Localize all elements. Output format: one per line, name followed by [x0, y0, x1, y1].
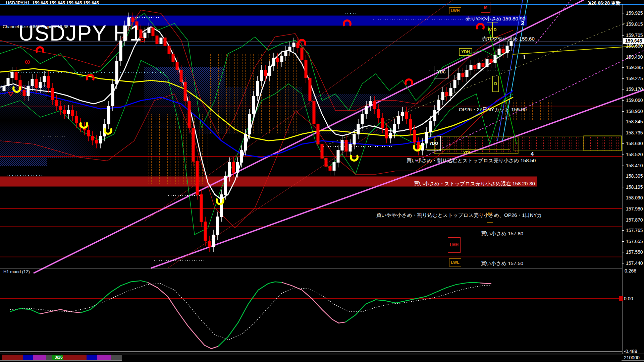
- level-marker-ydh[interactable]: YDH: [459, 48, 472, 56]
- price-axis-label: 157.655: [626, 239, 643, 244]
- level-marker-lwh[interactable]: LWH: [449, 7, 461, 14]
- price-axis-label: 159.060: [626, 98, 643, 103]
- price-axis-tick: [622, 187, 624, 187]
- chart-annotation[interactable]: 買い小さめ 157.50: [481, 260, 523, 267]
- trading-chart-window: USDJPY,H1 159.645 159.645 159.645 159.64…: [0, 0, 644, 362]
- price-axis-tick: [622, 111, 624, 112]
- price-axis-label: 159.275: [626, 76, 643, 81]
- last-update-timestamp: 3/26 06:28 更新: [587, 0, 621, 6]
- chart-annotation[interactable]: 買い小さめ・割り込むとストップロス売り小さめ 158.50: [407, 158, 536, 164]
- chart-annotation[interactable]: 買い小さめ・ストップロス売り小さめ混在 158.20-30: [414, 181, 535, 187]
- channel-info-text: Channel size = 861 Slope = 13.38: [3, 24, 68, 29]
- session-bar-segment: [111, 355, 122, 360]
- price-axis-label: 158.735: [626, 130, 643, 135]
- price-axis-label: 158.950: [626, 109, 643, 114]
- price-axis-label: 158.305: [626, 173, 643, 179]
- macd-panel: [0, 281, 623, 349]
- price-axis-tick: [622, 176, 624, 176]
- price-axis-tick: [622, 35, 624, 36]
- window-title-symbol: USDJPY,H1 159.645 159.645 159.645 159.64…: [6, 0, 99, 5]
- price-axis-tick: [622, 198, 624, 198]
- price-axis-label: 157.440: [626, 260, 643, 266]
- macd-axis-bottom: 210000: [624, 355, 640, 360]
- level-marker-w[interactable]: W: [487, 206, 493, 223]
- level-marker-lwl[interactable]: LWL: [449, 258, 461, 266]
- session-bar-rest: [122, 355, 622, 361]
- price-axis-tick: [622, 252, 624, 252]
- price-axis-tick: [622, 100, 624, 101]
- level-marker-m[interactable]: M: [481, 2, 490, 13]
- session-bar-segment: [2, 355, 23, 360]
- price-axis-tick: [622, 220, 624, 220]
- chart-annotation[interactable]: 売りやや小さめ 159.80-90: [466, 16, 525, 22]
- macd-axis-min: -0.489: [624, 349, 637, 354]
- price-axis-tick: [622, 230, 624, 231]
- macd-axis-zero: 0.00: [624, 296, 633, 301]
- session-bar-segment: [97, 355, 111, 360]
- ichimoku-clouds: [0, 54, 622, 184]
- level-marker-d[interactable]: D: [492, 76, 499, 92]
- price-axis-label: 157.550: [626, 249, 643, 255]
- level-marker-ydc[interactable]: YDC: [434, 66, 449, 78]
- price-axis-tick: [622, 57, 624, 57]
- session-bar-segment: [63, 355, 87, 360]
- level-marker-d[interactable]: D: [492, 22, 498, 38]
- price-axis-label: 157.980: [626, 206, 643, 212]
- price-axis-tick: [622, 122, 624, 122]
- chart-canvas[interactable]: [0, 0, 644, 362]
- price-axis-tick: [622, 155, 624, 155]
- price-axis-label: 158.090: [626, 195, 643, 200]
- price-axis-tick: [622, 166, 624, 166]
- price-axis-label: 159.385: [626, 65, 643, 70]
- price-axis-tick: [622, 133, 624, 133]
- level-marker-ydl[interactable]: YDL: [461, 150, 473, 156]
- price-axis-tick: [622, 78, 624, 79]
- price-axis-tick: [622, 13, 624, 13]
- macd-indicator-label: H1 macd (12): [3, 269, 30, 274]
- level-marker-ydo[interactable]: YDO: [427, 136, 441, 151]
- session-bar-segment: [23, 355, 33, 360]
- price-axis-label: 159.925: [626, 10, 643, 16]
- price-axis-tick: [622, 24, 624, 24]
- price-axis-label: 158.520: [626, 152, 643, 157]
- price-axis-tick: [622, 263, 624, 263]
- price-axis-label: 159.600: [626, 43, 643, 49]
- price-axis-tick: [622, 46, 624, 46]
- price-axis-label: 157.870: [626, 217, 643, 223]
- chart-annotation[interactable]: 買い小さめ 157.80: [481, 231, 523, 237]
- macd-axis-max: 0.266: [625, 268, 636, 274]
- chart-annotation[interactable]: OP26・27日NYカット 159.00: [459, 107, 527, 113]
- price-axis-label: 158.630: [626, 141, 643, 146]
- price-axis-label: 159.705: [626, 33, 643, 38]
- price-axis-tick: [622, 143, 624, 144]
- price-axis-label: 158.195: [626, 184, 643, 190]
- price-axis-label: 159.815: [626, 21, 643, 27]
- price-axis-tick: [622, 67, 624, 68]
- session-bar-segment: [33, 355, 46, 360]
- price-axis-label: 157.765: [626, 228, 643, 233]
- price-axis-label: 158.410: [626, 163, 643, 168]
- price-axis-tick: [622, 89, 624, 89]
- session-bar-segment: [87, 355, 97, 360]
- wave-number: 4: [531, 151, 534, 158]
- level-marker-lmh[interactable]: LMH: [448, 237, 461, 253]
- wave-number: 1: [523, 54, 526, 61]
- price-axis-tick: [622, 209, 624, 209]
- price-axis-label: 159.490: [626, 54, 643, 60]
- wave-number: 2: [521, 20, 524, 27]
- price-axis-label: 158.845: [626, 119, 643, 124]
- chart-annotation[interactable]: 買いやや小さめ・割り込むとストップロス売り小さめ、OP26・1日NYカ: [376, 212, 542, 219]
- price-axis-tick: [622, 241, 624, 242]
- price-axis-label: 159.170: [626, 86, 643, 92]
